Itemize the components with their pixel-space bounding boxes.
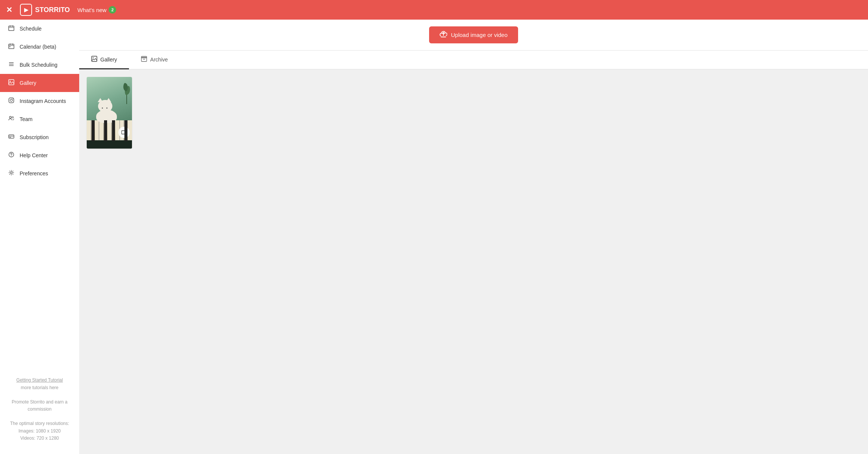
svg-rect-0: [9, 26, 14, 31]
sidebar-item-gallery[interactable]: Gallery: [0, 74, 79, 92]
tab-archive-label: Archive: [150, 57, 168, 63]
svg-point-18: [12, 117, 14, 118]
sidebar-footer: Getting Started Tutorial more tutorials …: [0, 371, 79, 448]
sidebar-item-bulk-label: Bulk Scheduling: [20, 62, 57, 68]
more-tutorials-text: more tutorials here: [8, 384, 72, 391]
sidebar-item-subscription-label: Subscription: [20, 134, 49, 140]
media-thumbnail: cat video: [87, 77, 132, 149]
sidebar-item-help-label: Help Center: [20, 152, 48, 158]
sidebar-item-team-label: Team: [20, 116, 32, 122]
sidebar-item-schedule[interactable]: Schedule: [0, 20, 79, 38]
svg-point-24: [11, 172, 12, 174]
sidebar: Schedule Calendar (beta) Bulk Scheduling…: [0, 20, 79, 454]
upload-button-label: Upload image or video: [451, 32, 508, 38]
calendar-beta-icon: [8, 43, 15, 51]
main-layout: Schedule Calendar (beta) Bulk Scheduling…: [0, 20, 868, 454]
tab-archive[interactable]: Archive: [129, 51, 180, 69]
svg-point-27: [93, 57, 94, 58]
sidebar-item-instagram-label: Instagram Accounts: [20, 98, 66, 104]
help-icon: [8, 152, 15, 159]
svg-point-16: [12, 98, 13, 99]
instagram-icon: [8, 97, 15, 105]
top-header: ✕ ▶ STORRITO What's new 2: [0, 0, 868, 20]
preferences-icon: [8, 170, 15, 177]
svg-point-13: [10, 81, 11, 82]
gallery-content: cat video: [79, 69, 868, 454]
bulk-scheduling-icon: [8, 61, 15, 69]
sidebar-item-calendar[interactable]: Calendar (beta): [0, 38, 79, 56]
sidebar-item-preferences-label: Preferences: [20, 170, 48, 176]
logo-area: ▶ STORRITO: [20, 4, 70, 16]
upload-cloud-icon: [440, 31, 447, 39]
promote-text: Promote Storrito and earn a commission: [8, 399, 72, 413]
svg-point-17: [9, 117, 11, 118]
sidebar-item-bulk-scheduling[interactable]: Bulk Scheduling: [0, 56, 79, 74]
svg-rect-12: [9, 80, 14, 85]
list-item[interactable]: cat video: [87, 77, 132, 149]
whats-new-button[interactable]: What's new 2: [77, 6, 116, 14]
sidebar-item-preferences[interactable]: Preferences: [0, 164, 79, 183]
team-icon: [8, 115, 15, 123]
gallery-icon: [8, 79, 15, 87]
close-button[interactable]: ✕: [6, 5, 12, 14]
tab-archive-icon: [141, 56, 147, 63]
getting-started-link[interactable]: Getting Started Tutorial: [16, 377, 63, 383]
svg-point-23: [11, 156, 11, 156]
video-icon-overlay: [118, 127, 130, 138]
upload-button[interactable]: Upload image or video: [429, 26, 518, 43]
tab-gallery-label: Gallery: [100, 57, 117, 63]
svg-rect-8: [9, 46, 11, 48]
svg-rect-21: [9, 137, 11, 138]
sidebar-item-instagram-accounts[interactable]: Instagram Accounts: [0, 92, 79, 110]
tab-gallery[interactable]: Gallery: [79, 51, 129, 69]
subscription-icon: [8, 133, 15, 141]
content-area: Upload image or video Gallery Archive: [79, 20, 868, 454]
sidebar-item-help-center[interactable]: Help Center: [0, 146, 79, 164]
resolution-videos: Videos: 720 x 1280: [8, 435, 72, 442]
resolutions-title: The optimal story resolutions:: [8, 420, 72, 427]
sidebar-item-calendar-label: Calendar (beta): [20, 44, 56, 50]
svg-rect-19: [9, 135, 14, 138]
calendar-icon: [8, 25, 15, 32]
whats-new-label: What's new: [77, 7, 106, 13]
svg-point-15: [10, 99, 12, 101]
sidebar-item-team[interactable]: Team: [0, 110, 79, 128]
resolution-images: Images: 1080 x 1920: [8, 428, 72, 435]
whats-new-badge: 2: [109, 6, 116, 14]
tabs-bar: Gallery Archive: [79, 51, 868, 69]
logo-text: STORRITO: [35, 6, 70, 14]
sidebar-item-gallery-label: Gallery: [20, 80, 36, 86]
sidebar-item-subscription[interactable]: Subscription: [0, 128, 79, 146]
upload-bar: Upload image or video: [79, 20, 868, 51]
tab-gallery-icon: [91, 56, 97, 63]
logo-icon: ▶: [20, 4, 32, 16]
sidebar-item-schedule-label: Schedule: [20, 26, 41, 32]
svg-rect-26: [92, 56, 97, 61]
